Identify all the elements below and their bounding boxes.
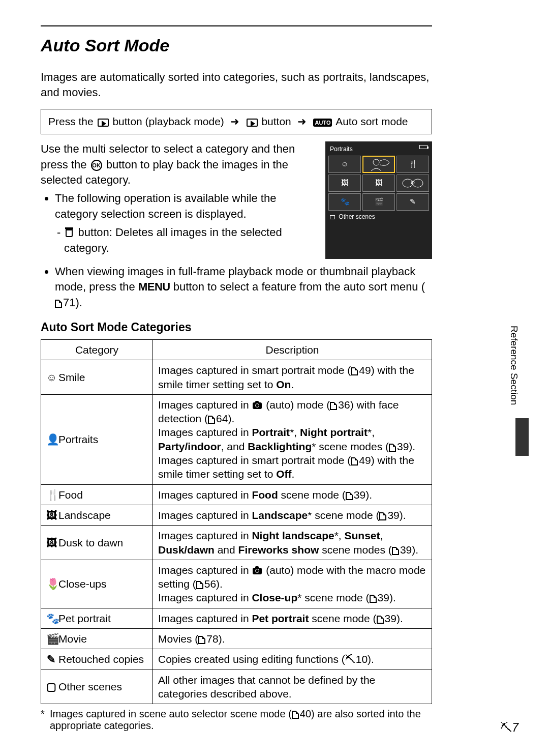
footnote-text-a: Images captured in scene auto selector s… xyxy=(50,708,292,719)
categories-subheading: Auto Sort Mode Categories xyxy=(41,321,432,334)
category-icon: 🎬 xyxy=(46,632,56,646)
lcd-cell-landscape: 🖼 xyxy=(328,175,361,192)
lcd-footer-label: Other scenes xyxy=(339,213,375,220)
camera-icon xyxy=(253,568,262,574)
lcd-cell-pet: 🐾 xyxy=(328,193,361,211)
category-name: Other scenes xyxy=(58,681,122,692)
table-row: 🖼Dusk to dawnImages captured in Night la… xyxy=(41,526,432,560)
lcd-cell-portraits xyxy=(362,156,395,173)
auto-mode-icon: AUTO xyxy=(313,119,332,127)
category-name: Close-ups xyxy=(58,578,107,590)
table-row: 🎬MovieMovies (78). xyxy=(41,629,432,649)
page-ref-icon xyxy=(351,457,358,466)
description-cell: All other images that cannot be defined … xyxy=(153,670,432,704)
section-tab xyxy=(515,418,529,456)
page-ref-icon xyxy=(379,512,386,520)
arrow-icon xyxy=(227,115,242,127)
category-cell: 🌷Close-ups xyxy=(41,560,153,608)
footnote-ref: 40 xyxy=(300,708,311,719)
category-cell: 🐾Pet portrait xyxy=(41,608,153,628)
category-icon: 🍴 xyxy=(46,488,56,502)
page-ref-icon xyxy=(370,595,377,603)
page-ref-icon xyxy=(346,492,353,500)
col-category: Category xyxy=(41,339,153,360)
category-icon: 🖼 xyxy=(46,536,56,549)
category-cell: 🎬Movie xyxy=(41,629,153,649)
navigation-path-box: Press the button (playback mode) button … xyxy=(41,109,432,134)
menu-button-label: MENU xyxy=(138,280,170,293)
nav-prefix: Press the xyxy=(48,115,97,127)
category-icon: ▢ xyxy=(46,680,56,693)
page-number: ⛏7 xyxy=(500,721,518,735)
bullet-text-b: button to select a feature from the auto… xyxy=(170,280,425,293)
description-cell: Images captured in (auto) mode with the … xyxy=(153,560,432,608)
key-ref-icon: ⛏ xyxy=(345,653,356,665)
page-ref-icon xyxy=(392,547,399,555)
category-name: Smile xyxy=(58,371,85,383)
page-ref-icon xyxy=(208,416,215,424)
category-cell: 🍴Food xyxy=(41,484,153,505)
nav-mode-label: Auto sort mode xyxy=(336,115,408,127)
bullet-item: The following operation is available whi… xyxy=(55,191,316,255)
category-cell: ▢Other scenes xyxy=(41,670,153,704)
lcd-cell-smile: ☺ xyxy=(328,156,361,173)
lcd-cell-movie: 🎬 xyxy=(362,193,395,211)
category-icon: ✎ xyxy=(46,652,56,666)
nav-step1: button (playback mode) xyxy=(112,115,224,127)
description-cell: Images captured in Landscape* scene mode… xyxy=(153,505,432,525)
category-icon: 👤 xyxy=(46,432,56,446)
lcd-cell-retouch: ✎ xyxy=(396,193,429,211)
category-cell: 🖼Dusk to dawn xyxy=(41,526,153,560)
category-cell: 🖼Landscape xyxy=(41,505,153,525)
description-cell: Copies created using editing functions (… xyxy=(153,649,432,670)
table-row: ☺SmileImages captured in smart portrait … xyxy=(41,360,432,395)
ok-button-icon: OK xyxy=(91,160,102,171)
table-row: ✎Retouched copiesCopies created using ed… xyxy=(41,649,432,670)
page-ref-icon xyxy=(198,636,205,644)
category-cell: 👤Portraits xyxy=(41,394,153,484)
arrow-icon xyxy=(294,115,310,127)
table-row: 🐾Pet portraitImages captured in Pet port… xyxy=(41,608,432,628)
description-cell: Images captured in smart portrait mode (… xyxy=(153,360,432,395)
category-icon: 🖼 xyxy=(46,508,56,522)
page-ref-icon xyxy=(351,367,358,375)
section-label: Reference Section xyxy=(508,326,520,405)
description-cell: Images captured in (auto) mode (36) with… xyxy=(153,394,432,484)
categories-table: Category Description ☺SmileImages captur… xyxy=(41,339,432,704)
table-row: 👤PortraitsImages captured in (auto) mode… xyxy=(41,394,432,484)
battery-icon xyxy=(419,145,428,149)
page-ref-icon xyxy=(389,444,396,452)
table-row: ▢Other scenesAll other images that canno… xyxy=(41,670,432,704)
lcd-cell-food: 🍴 xyxy=(396,156,429,173)
page-ref-icon xyxy=(330,402,337,410)
bullet-item: When viewing images in full-frame playba… xyxy=(55,264,432,310)
col-description: Description xyxy=(153,339,432,360)
category-cell: ☺Smile xyxy=(41,360,153,395)
description-cell: Images captured in Night landscape*, Sun… xyxy=(153,526,432,560)
description-cell: Movies (78). xyxy=(153,629,432,649)
playback-icon xyxy=(247,119,258,127)
category-name: Movie xyxy=(58,633,87,645)
playback-icon xyxy=(98,119,109,127)
footnote-star: * xyxy=(41,708,50,732)
lcd-cell-dusk: 🖼 xyxy=(362,175,395,192)
other-scenes-icon xyxy=(330,215,335,219)
table-row: 🌷Close-upsImages captured in (auto) mode… xyxy=(41,560,432,608)
camera-icon xyxy=(253,402,262,409)
footnote: * Images captured in scene auto selector… xyxy=(41,708,432,732)
page-title: Auto Sort Mode xyxy=(41,36,432,55)
nav-step2: button xyxy=(261,115,291,127)
table-row: 🖼LandscapeImages captured in Landscape* … xyxy=(41,505,432,525)
description-cell: Images captured in Pet portrait scene mo… xyxy=(153,608,432,628)
table-row: 🍴FoodImages captured in Food scene mode … xyxy=(41,484,432,505)
lcd-title: Portraits xyxy=(330,145,353,154)
category-name: Retouched copies xyxy=(58,653,144,665)
category-name: Landscape xyxy=(58,509,111,521)
intro-text: Images are automatically sorted into cat… xyxy=(41,70,432,100)
page-ref-icon xyxy=(196,581,203,589)
page-ref-icon xyxy=(377,616,384,624)
category-icon: ☺ xyxy=(46,370,56,384)
lcd-cell-closeup xyxy=(396,175,429,192)
category-cell: ✎Retouched copies xyxy=(41,649,153,670)
svg-point-0 xyxy=(373,159,379,165)
